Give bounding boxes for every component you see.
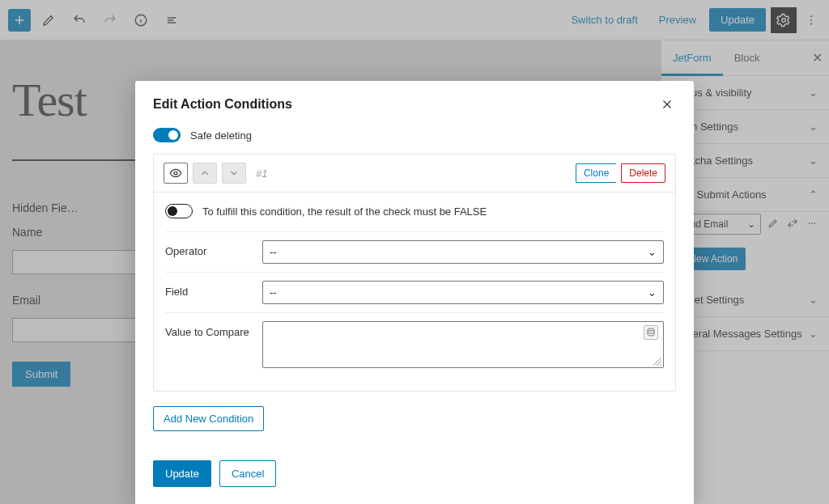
condition-item: #1 Clone Delete To fulfill this conditio… — [153, 154, 676, 392]
clone-condition-button[interactable]: Clone — [576, 163, 616, 183]
modal-overlay: Edit Action Conditions Safe deleting — [0, 0, 829, 504]
value-to-compare-textarea[interactable] — [262, 321, 664, 368]
invert-condition-toggle[interactable] — [165, 204, 193, 218]
safe-deleting-label: Safe deleting — [190, 129, 252, 142]
field-select[interactable]: -- ⌄ — [262, 281, 664, 304]
move-down-button[interactable] — [222, 163, 246, 184]
condition-number: #1 — [256, 167, 267, 180]
modal-update-button[interactable]: Update — [153, 460, 211, 487]
add-new-condition-button[interactable]: Add New Condition — [153, 406, 264, 431]
chevron-down-icon: ⌄ — [648, 246, 657, 258]
svg-point-8 — [174, 172, 177, 175]
operator-select[interactable]: -- ⌄ — [262, 240, 664, 264]
value-to-compare-label: Value to Compare — [165, 321, 262, 338]
field-value: -- — [270, 286, 277, 299]
close-modal-icon[interactable] — [658, 95, 676, 113]
chevron-down-icon: ⌄ — [648, 286, 657, 299]
safe-deleting-toggle[interactable] — [153, 128, 181, 142]
delete-condition-button[interactable]: Delete — [621, 163, 665, 183]
visibility-toggle-icon[interactable] — [164, 163, 188, 184]
field-label: Field — [165, 281, 262, 298]
move-up-button[interactable] — [193, 163, 217, 184]
edit-action-conditions-modal: Edit Action Conditions Safe deleting — [135, 81, 694, 504]
database-picker-icon[interactable] — [644, 325, 658, 340]
resize-grip-icon — [653, 358, 661, 366]
invert-condition-label: To fulfill this condition, the result of… — [202, 205, 487, 218]
modal-title: Edit Action Conditions — [153, 97, 292, 112]
operator-label: Operator — [165, 240, 262, 257]
svg-point-9 — [648, 328, 654, 331]
modal-cancel-button[interactable]: Cancel — [219, 460, 276, 487]
operator-value: -- — [270, 246, 277, 258]
